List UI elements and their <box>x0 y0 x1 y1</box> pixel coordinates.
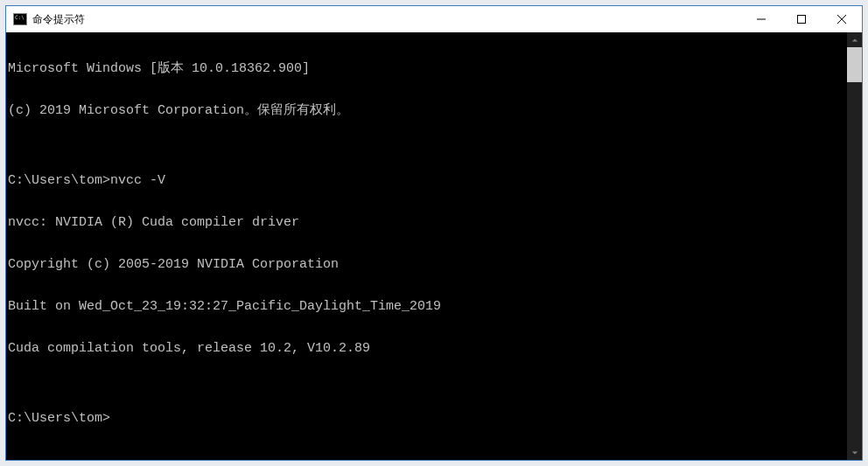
chevron-down-icon <box>851 449 858 456</box>
window-title: 命令提示符 <box>32 12 741 27</box>
cursor <box>110 413 117 426</box>
window-controls <box>741 6 862 32</box>
maximize-button[interactable] <box>781 6 822 32</box>
terminal-line: Microsoft Windows [版本 10.0.18362.900] <box>8 62 847 76</box>
close-icon <box>837 15 846 24</box>
terminal-body[interactable]: Microsoft Windows [版本 10.0.18362.900] (c… <box>6 32 862 460</box>
terminal-line: Cuda compilation tools, release 10.2, V1… <box>8 342 847 356</box>
titlebar[interactable]: 命令提示符 <box>6 6 862 32</box>
chevron-up-icon <box>851 37 858 44</box>
scroll-thumb[interactable] <box>847 47 862 82</box>
terminal-line-prompt: C:\Users\tom> <box>8 412 847 426</box>
scroll-up-button[interactable] <box>847 32 862 47</box>
terminal-line: C:\Users\tom>nvcc -V <box>8 174 847 188</box>
close-button[interactable] <box>822 6 862 32</box>
terminal-line: Copyright (c) 2005-2019 NVIDIA Corporati… <box>8 258 847 272</box>
svg-rect-1 <box>798 16 806 24</box>
terminal-line: nvcc: NVIDIA (R) Cuda compiler driver <box>8 216 847 230</box>
terminal-content[interactable]: Microsoft Windows [版本 10.0.18362.900] (c… <box>6 32 847 460</box>
app-icon <box>13 13 27 25</box>
scroll-down-button[interactable] <box>847 445 862 460</box>
terminal-line: (c) 2019 Microsoft Corporation。保留所有权利。 <box>8 104 847 118</box>
prompt-text: C:\Users\tom> <box>8 411 110 426</box>
maximize-icon <box>797 15 806 24</box>
minimize-icon <box>757 15 766 24</box>
minimize-button[interactable] <box>741 6 781 32</box>
scroll-track[interactable] <box>847 47 862 445</box>
command-prompt-window: 命令提示符 Microsoft Windows [版本 10.0. <box>5 5 863 461</box>
terminal-line: Built on Wed_Oct_23_19:32:27_Pacific_Day… <box>8 300 847 314</box>
vertical-scrollbar[interactable] <box>847 32 862 460</box>
